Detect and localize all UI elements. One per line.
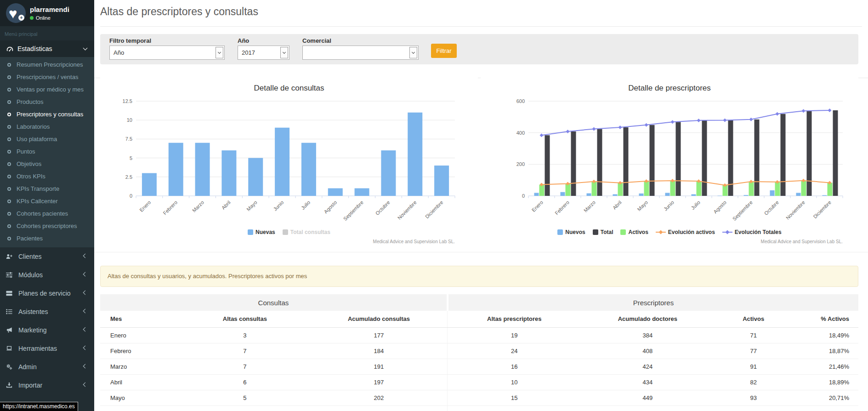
chevron-left-icon bbox=[83, 382, 88, 387]
sidebar-subitem[interactable]: Productos bbox=[0, 96, 94, 108]
sidebar-subitem[interactable]: Puntos bbox=[0, 145, 94, 158]
svg-text:Agosto: Agosto bbox=[712, 200, 727, 215]
online-label: Online bbox=[36, 15, 51, 21]
legend-item[interactable]: Activos bbox=[620, 229, 648, 235]
table-column-header: Activos bbox=[715, 311, 793, 327]
select-arrow-icon bbox=[216, 47, 223, 58]
plus-badge-icon: + bbox=[18, 15, 24, 21]
sidebar-item-m-dulos[interactable]: Módulos bbox=[0, 266, 94, 284]
legend-item[interactable]: Evolución activos bbox=[656, 229, 715, 235]
consultas-prescriptores-table: ConsultasPrescriptoresMesAltas consultas… bbox=[100, 294, 858, 411]
sidebar-subitem[interactable]: Cohortes prescriptores bbox=[0, 220, 94, 232]
legend-item[interactable]: Total consultas bbox=[283, 229, 330, 235]
temporal-filter-label: Filtro temporal bbox=[109, 37, 151, 44]
sidebar-item-estadisticas[interactable]: Estadísticas bbox=[0, 40, 94, 57]
legend-swatch-icon bbox=[283, 229, 288, 235]
table-cell: 18,89% bbox=[793, 374, 858, 390]
table-cell: 449 bbox=[581, 390, 714, 405]
legend-item[interactable]: Evolución Totales bbox=[722, 229, 782, 235]
sidebar-subitem-label: KPIs Callcenter bbox=[17, 198, 58, 205]
svg-text:0: 0 bbox=[522, 193, 525, 199]
legend-item[interactable]: Nuevos bbox=[557, 229, 585, 235]
table-cell: Abril bbox=[100, 374, 179, 390]
chevron-left-icon bbox=[83, 309, 88, 314]
svg-text:Diciembre: Diciembre bbox=[424, 200, 444, 219]
table-cell: 191 bbox=[311, 359, 448, 374]
sidebar-subitem[interactable]: Objetivos bbox=[0, 158, 94, 170]
comercial-filter-select[interactable] bbox=[302, 46, 419, 60]
sidebar-subitem-label: Puntos bbox=[17, 148, 35, 155]
info-banner: Altas de consultas y usuarios, y acumula… bbox=[100, 266, 858, 287]
svg-text:Noviembre: Noviembre bbox=[785, 200, 806, 221]
svg-text:Septiembre: Septiembre bbox=[342, 200, 364, 222]
year-filter-select[interactable]: 2017 bbox=[238, 46, 289, 60]
sidebar-subitem[interactable]: Prescriptores y consultas bbox=[0, 108, 94, 120]
circle-icon bbox=[7, 175, 11, 178]
sidebar-item-planes-de-servicio[interactable]: Planes de servicio bbox=[0, 284, 94, 303]
sidebar-subitem-label: Pacientes bbox=[17, 235, 43, 242]
table-column-header: Altas consultas bbox=[179, 311, 310, 327]
table-cell: 20,71% bbox=[793, 390, 858, 405]
sidebar-subitem-label: Objetivos bbox=[17, 160, 41, 167]
select-arrow-icon bbox=[280, 47, 288, 58]
data-table-panel: ConsultasPrescriptoresMesAltas consultas… bbox=[100, 294, 858, 411]
sidebar-subitem[interactable]: KPIs Transporte bbox=[0, 183, 94, 195]
legend-label: Activos bbox=[628, 229, 648, 235]
sidebar-item-label: Planes de servicio bbox=[18, 290, 71, 297]
circle-icon bbox=[7, 187, 11, 191]
table-cell: 82 bbox=[715, 374, 793, 390]
sidebar-item-herramientas[interactable]: Herramientas bbox=[0, 339, 94, 358]
sidebar-subitem[interactable]: Uso plataforma bbox=[0, 133, 94, 145]
sidebar-subitem-label: KPIs Transporte bbox=[17, 185, 59, 192]
filtrar-button[interactable]: Filtrar bbox=[431, 44, 457, 58]
legend-swatch-icon bbox=[593, 229, 598, 235]
sidebar-subitem-label: Cohortes pacientes bbox=[17, 210, 68, 217]
sidebar-subitem[interactable]: Prescripciones / ventas bbox=[0, 71, 94, 83]
sidebar-subitem[interactable]: Ventas por médico y mes bbox=[0, 83, 94, 96]
sidebar-subitem[interactable]: Pacientes bbox=[0, 232, 94, 245]
svg-text:Marzo: Marzo bbox=[191, 200, 205, 213]
sidebar-subitem[interactable]: KPIs Callcenter bbox=[0, 195, 94, 207]
app-root: ♥ + plarramendi Online Menú principal Es… bbox=[0, 0, 868, 411]
svg-text:Marzo: Marzo bbox=[583, 200, 596, 213]
legend-label: Nuevos bbox=[565, 229, 585, 235]
sidebar-item-marketing[interactable]: Marketing bbox=[0, 321, 94, 339]
svg-text:Mayo: Mayo bbox=[636, 200, 649, 212]
table-column-header: Acumulado doctores bbox=[581, 311, 714, 327]
table-cell: Mayo bbox=[100, 390, 179, 405]
sidebar-subitem[interactable]: Resumen Prescripciones bbox=[0, 58, 94, 71]
sidebar-item-label: Marketing bbox=[18, 326, 46, 334]
table-cell: 16 bbox=[448, 359, 581, 374]
svg-text:5: 5 bbox=[130, 155, 132, 161]
table-cell: 3 bbox=[179, 327, 310, 343]
table-cell: 96 bbox=[715, 405, 793, 411]
legend-item[interactable]: Total bbox=[593, 229, 613, 235]
svg-text:Junio: Junio bbox=[663, 200, 675, 212]
table-cell: 24 bbox=[448, 343, 581, 359]
sidebar-subitem[interactable]: Cohortes pacientes bbox=[0, 207, 94, 220]
table-group-header: Consultas bbox=[100, 294, 448, 311]
sidebar-item-asistentes[interactable]: Asistentes bbox=[0, 303, 94, 321]
legend-swatch-icon bbox=[248, 229, 253, 235]
svg-text:Octubre: Octubre bbox=[763, 200, 780, 216]
filter-panel: Filtro temporal Año Año 2017 Comercial F… bbox=[100, 34, 858, 64]
temporal-filter-select[interactable]: Año bbox=[109, 46, 225, 60]
sliders-icon bbox=[6, 272, 18, 278]
sidebar-item-importar[interactable]: Importar bbox=[0, 376, 94, 394]
legend-item[interactable]: Nuevas bbox=[248, 229, 275, 235]
sidebar-item-label: Módulos bbox=[18, 271, 43, 279]
svg-text:Octubre: Octubre bbox=[374, 200, 391, 216]
svg-text:7.5: 7.5 bbox=[125, 136, 132, 142]
circle-icon bbox=[7, 113, 11, 116]
sidebar-subitem[interactable]: Otros KPIs bbox=[0, 170, 94, 183]
sidebar-item-admin[interactable]: Admin bbox=[0, 358, 94, 376]
table-cell: 434 bbox=[581, 374, 714, 390]
svg-text:12.5: 12.5 bbox=[123, 98, 132, 104]
import-icon bbox=[6, 382, 18, 388]
sidebar-item-clientes[interactable]: Clientes bbox=[0, 247, 94, 266]
sidebar-subitem-label: Prescripciones / ventas bbox=[17, 74, 78, 80]
list-icon bbox=[6, 308, 18, 315]
table-cell: 384 bbox=[581, 327, 714, 343]
sidebar: ♥ + plarramendi Online Menú principal Es… bbox=[0, 0, 94, 411]
sidebar-subitem[interactable]: Laboratorios bbox=[0, 120, 94, 133]
